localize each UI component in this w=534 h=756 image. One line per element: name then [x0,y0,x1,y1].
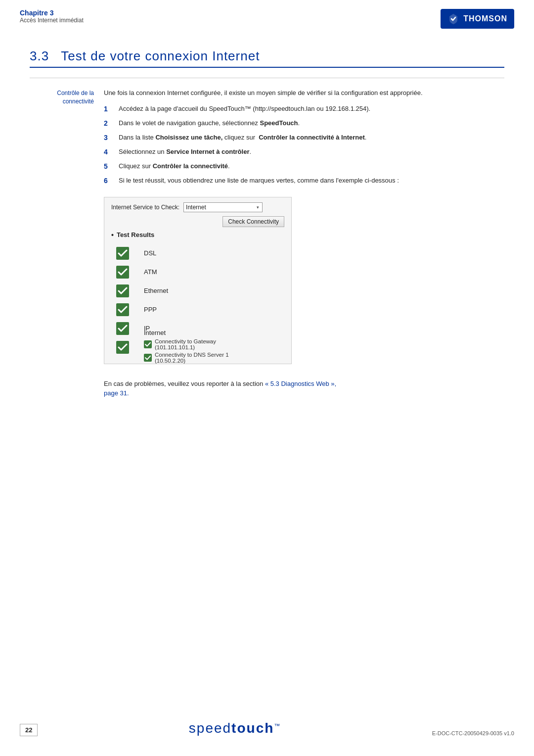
checkmark-icon-atm [116,266,129,279]
step-number-6: 6 [104,176,114,186]
test-results-header: • Test Results [111,231,284,239]
checkmark-icon-dns [144,354,152,362]
test-results-grid: DSL ATM Ethernet PPP IP [116,244,284,357]
doc-reference: E-DOC-CTC-20050429-0035 v1.0 [432,730,514,736]
label-ethernet: Ethernet [144,282,229,300]
content-area: Contrôle de la connectivité Une fois la … [0,83,534,403]
thomson-logo: THOMSON [441,9,514,29]
main-content: Une fois la connexion Internet configuré… [104,88,504,398]
ui-service-label: Internet Service to Check: [111,204,179,211]
step-text-2: Dans le volet de navigation gauche, séle… [119,118,504,128]
step-4: 4 Sélectionnez un Service Internet à con… [104,147,504,157]
label-dsl: DSL [144,244,229,263]
step-text-5: Cliquez sur Contrôler la connectivité. [119,161,504,171]
label-atm: ATM [144,263,229,282]
intro-text: Une fois la connexion Internet configuré… [104,88,504,98]
ui-service-row: Internet Service to Check: Internet ▾ [111,202,284,212]
chapter-subtitle: Accès Internet immédiat [20,17,84,24]
checkmark-icon-internet [116,341,129,354]
label-ppp: PPP [144,300,229,319]
page-footer: 22 speedtouch™ E-DOC-CTC-20050429-0035 v… [0,720,534,736]
check-ip [116,319,129,338]
step-number-3: 3 [104,133,114,143]
checkmark-icon-ip [116,322,129,335]
chevron-down-icon: ▾ [256,205,260,210]
labels-column: DSL ATM Ethernet PPP IP [144,244,229,357]
sub-result-dns-text: Connectivity to DNS Server 1 (10.50.2.20… [155,352,229,364]
check-ppp [116,300,129,319]
chapter-title: Chapitre 3 [20,9,84,17]
checkmark-icon-ppp [116,303,129,316]
check-atm [116,263,129,282]
sidebar-label: Contrôle de la connectivité [30,89,94,106]
thomson-icon [447,13,459,25]
step-number-5: 5 [104,161,114,172]
check-internet [116,338,129,357]
speedtouch-logo: speedtouch™ [38,720,432,736]
step-text-4: Sélectionnez un Service Internet à contr… [119,147,504,157]
steps-list: 1 Accédez à la page d'accueil du SpeedTo… [104,104,504,186]
step-5: 5 Cliquez sur Contrôler la connectivité. [104,161,504,172]
step-text-6: Si le test réussit, vous obtiendrez une … [119,176,504,186]
check-dsl [116,244,129,263]
footer-page-ref[interactable]: page 31. [104,389,129,397]
step-1: 1 Accédez à la page d'accueil du SpeedTo… [104,104,504,114]
step-text-3: Dans la liste Choisissez une tâche, cliq… [119,133,504,142]
sub-result-dns: Connectivity to DNS Server 1 (10.50.2.20… [144,352,229,364]
step-text-1: Accédez à la page d'accueil du SpeedTouc… [119,104,504,114]
bullet-icon: • [111,231,114,239]
step-number-4: 4 [104,147,114,157]
test-results-section: • Test Results [111,231,284,357]
checkmark-icon-gateway [144,340,152,348]
section-title: 3.3 Test de votre connexion Internet [30,48,260,63]
ui-mockup: Internet Service to Check: Internet ▾ Ch… [104,197,292,364]
sub-result-gateway: Connectivity to Gateway (101.101.101.1) [144,338,229,350]
label-internet: Internet [144,338,229,357]
checkmark-icon-ethernet [116,284,129,297]
step-2: 2 Dans le volet de navigation gauche, sé… [104,118,504,129]
ui-select-text: Internet [186,204,256,211]
ui-button-row: Check Connectivity [111,216,284,227]
footer-note: En cas de problèmes, veuillez vous repor… [104,379,504,398]
step-3: 3 Dans la liste Choisissez une tâche, cl… [104,133,504,143]
check-connectivity-button[interactable]: Check Connectivity [222,216,284,227]
section-divider [30,78,504,78]
page-header: Chapitre 3 Accès Internet immédiat THOMS… [0,0,534,29]
step-6: 6 Si le test réussit, vous obtiendrez un… [104,176,504,186]
page-number: 22 [20,724,38,736]
checkmark-icon-dsl [116,247,129,260]
section-header: 3.3 Test de votre connexion Internet [30,48,504,68]
sidebar: Contrôle de la connectivité [30,88,94,398]
sub-results: Connectivity to Gateway (101.101.101.1) [144,338,229,364]
step-number-1: 1 [104,104,114,114]
sub-result-gateway-text: Connectivity to Gateway (101.101.101.1) [155,338,216,350]
footer-link[interactable]: « 5.3 Diagnostics Web », [265,380,336,387]
checkmarks-column [116,244,129,357]
thomson-logo-text: THOMSON [463,14,507,23]
chapter-info: Chapitre 3 Accès Internet immédiat [20,9,84,24]
check-ethernet [116,282,129,300]
step-number-2: 2 [104,118,114,129]
ui-select-wrapper[interactable]: Internet ▾ [183,202,263,212]
speedtouch-logo-text: speedtouch™ [189,720,281,736]
